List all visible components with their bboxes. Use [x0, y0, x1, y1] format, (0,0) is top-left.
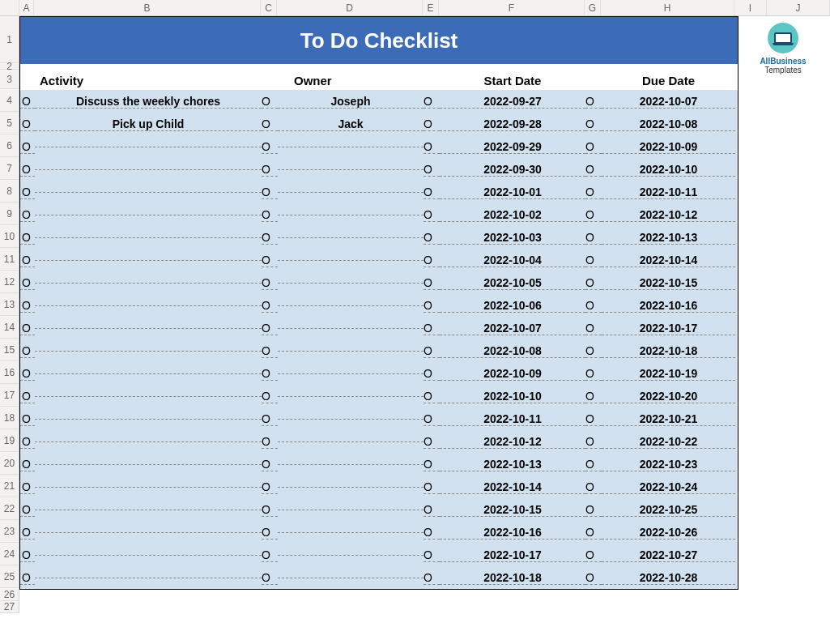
activity-cell[interactable]	[35, 373, 262, 374]
start-date-cell[interactable]: 2022-09-29	[440, 140, 585, 154]
marker-cell[interactable]: O	[20, 163, 35, 177]
activity-cell[interactable]	[35, 215, 262, 215]
marker-cell[interactable]: O	[20, 344, 35, 358]
due-date-cell[interactable]: 2022-10-11	[602, 186, 735, 199]
table-row[interactable]: OOO2022-10-06O2022-10-16	[20, 294, 738, 317]
row-header-14[interactable]: 14	[0, 316, 19, 339]
activity-cell[interactable]	[35, 351, 262, 352]
marker-cell[interactable]: O	[262, 480, 278, 494]
table-row[interactable]: OOO2022-10-05O2022-10-15	[20, 271, 738, 294]
marker-cell[interactable]: O	[585, 95, 602, 109]
marker-cell[interactable]: O	[20, 322, 35, 335]
due-date-cell[interactable]: 2022-10-24	[602, 480, 735, 494]
due-date-cell[interactable]: 2022-10-13	[602, 231, 735, 245]
marker-cell[interactable]: O	[585, 208, 602, 222]
row-header-25[interactable]: 25	[0, 565, 19, 588]
marker-cell[interactable]: O	[424, 412, 440, 426]
owner-cell[interactable]	[278, 215, 424, 215]
marker-cell[interactable]: O	[20, 503, 35, 517]
marker-cell[interactable]: O	[424, 276, 440, 290]
activity-cell[interactable]	[35, 283, 262, 284]
owner-cell[interactable]	[278, 555, 424, 556]
owner-cell[interactable]	[278, 351, 424, 352]
marker-cell[interactable]: O	[424, 571, 440, 585]
table-row[interactable]: OOO2022-10-03O2022-10-13	[20, 226, 738, 249]
start-date-cell[interactable]: 2022-10-14	[440, 480, 585, 494]
marker-cell[interactable]: O	[20, 117, 35, 131]
marker-cell[interactable]: O	[20, 458, 35, 471]
marker-cell[interactable]: O	[585, 117, 602, 131]
due-date-cell[interactable]: 2022-10-19	[602, 367, 735, 381]
marker-cell[interactable]: O	[424, 526, 440, 540]
col-header-B[interactable]: B	[34, 0, 261, 15]
start-date-cell[interactable]: 2022-10-11	[440, 412, 585, 426]
marker-cell[interactable]: O	[585, 367, 602, 381]
row-header-21[interactable]: 21	[0, 475, 19, 497]
start-date-cell[interactable]: 2022-10-05	[440, 276, 585, 290]
owner-cell[interactable]	[278, 283, 424, 284]
start-date-cell[interactable]: 2022-10-13	[440, 458, 585, 471]
row-header-15[interactable]: 15	[0, 339, 19, 361]
row-header-12[interactable]: 12	[0, 271, 19, 293]
marker-cell[interactable]: O	[262, 390, 278, 403]
activity-cell[interactable]: Pick up Child	[35, 117, 262, 131]
marker-cell[interactable]: O	[585, 276, 602, 290]
owner-cell[interactable]: Joseph	[278, 95, 424, 109]
row-header-7[interactable]: 7	[0, 157, 19, 180]
col-header-D[interactable]: D	[277, 0, 423, 15]
marker-cell[interactable]: O	[585, 390, 602, 403]
marker-cell[interactable]: O	[262, 571, 278, 585]
due-date-cell[interactable]: 2022-10-25	[602, 503, 735, 517]
marker-cell[interactable]: O	[20, 480, 35, 494]
marker-cell[interactable]: O	[424, 231, 440, 245]
due-date-cell[interactable]: 2022-10-20	[602, 390, 735, 403]
activity-cell[interactable]	[35, 147, 262, 147]
marker-cell[interactable]: O	[20, 412, 35, 426]
marker-cell[interactable]: O	[20, 276, 35, 290]
row-header-24[interactable]: 24	[0, 543, 19, 565]
marker-cell[interactable]: O	[262, 435, 278, 449]
marker-cell[interactable]: O	[424, 503, 440, 517]
start-date-cell[interactable]: 2022-09-28	[440, 117, 585, 131]
marker-cell[interactable]: O	[585, 412, 602, 426]
activity-cell[interactable]	[35, 464, 262, 465]
activity-cell[interactable]	[35, 419, 262, 420]
table-row[interactable]: OOO2022-10-18O2022-10-28	[20, 566, 738, 589]
row-header-16[interactable]: 16	[0, 361, 19, 384]
table-row[interactable]: OOO2022-10-01O2022-10-11	[20, 181, 738, 203]
row-header-27[interactable]: 27	[0, 601, 19, 613]
table-row[interactable]: OOO2022-10-14O2022-10-24	[20, 476, 738, 498]
owner-cell[interactable]	[278, 373, 424, 374]
start-date-cell[interactable]: 2022-10-10	[440, 390, 585, 403]
row-header-23[interactable]: 23	[0, 520, 19, 543]
start-date-cell[interactable]: 2022-10-16	[440, 526, 585, 540]
marker-cell[interactable]: O	[20, 526, 35, 540]
due-date-cell[interactable]: 2022-10-16	[602, 299, 735, 313]
marker-cell[interactable]: O	[585, 435, 602, 449]
due-date-cell[interactable]: 2022-10-10	[602, 163, 735, 177]
owner-cell[interactable]	[278, 328, 424, 329]
marker-cell[interactable]: O	[20, 186, 35, 199]
table-row[interactable]: OOO2022-10-02O2022-10-12	[20, 203, 738, 226]
row-header-26[interactable]: 26	[0, 588, 19, 601]
due-date-cell[interactable]: 2022-10-22	[602, 435, 735, 449]
owner-cell[interactable]	[278, 169, 424, 170]
marker-cell[interactable]: O	[585, 322, 602, 335]
marker-cell[interactable]: O	[262, 548, 278, 562]
due-date-cell[interactable]: 2022-10-27	[602, 548, 735, 562]
marker-cell[interactable]: O	[585, 299, 602, 313]
start-date-cell[interactable]: 2022-10-12	[440, 435, 585, 449]
owner-cell[interactable]	[278, 419, 424, 420]
marker-cell[interactable]: O	[424, 254, 440, 267]
marker-cell[interactable]: O	[585, 526, 602, 540]
activity-cell[interactable]	[35, 305, 262, 306]
row-header-5[interactable]: 5	[0, 112, 19, 134]
owner-cell[interactable]	[278, 487, 424, 488]
table-row[interactable]: OOO2022-10-09O2022-10-19	[20, 362, 738, 385]
marker-cell[interactable]: O	[20, 299, 35, 313]
activity-cell[interactable]	[35, 260, 262, 261]
marker-cell[interactable]: O	[262, 412, 278, 426]
marker-cell[interactable]: O	[262, 526, 278, 540]
table-row[interactable]: ODiscuss the weekly choresOJosephO2022-0…	[20, 90, 738, 113]
activity-cell[interactable]	[35, 532, 262, 533]
